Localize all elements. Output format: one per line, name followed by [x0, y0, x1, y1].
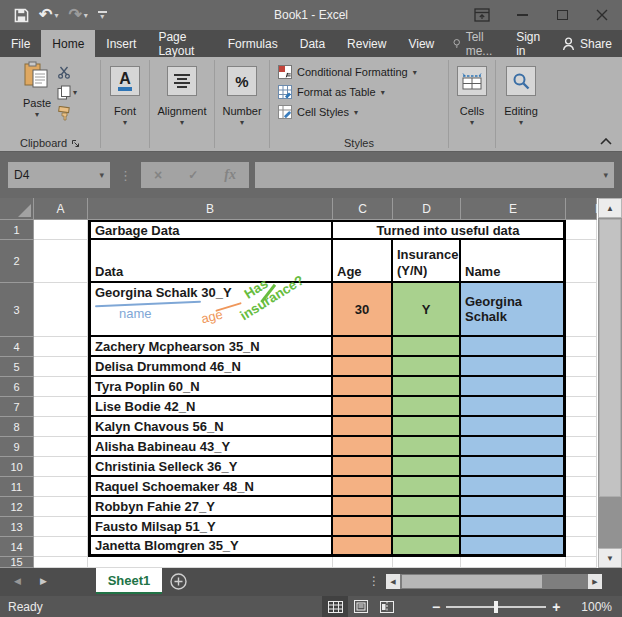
cell-a2[interactable]: [34, 240, 88, 283]
row-header-12[interactable]: 12: [0, 497, 34, 517]
cell-e8[interactable]: [461, 417, 566, 437]
ribbon-display-options-button[interactable]: [462, 0, 502, 30]
cells-dropdown-icon[interactable]: ▾: [470, 118, 474, 127]
horizontal-scroll-thumb[interactable]: [402, 575, 542, 588]
cell-d11[interactable]: [393, 477, 461, 497]
page-break-preview-button[interactable]: [374, 596, 400, 617]
cell-f1[interactable]: [566, 220, 597, 240]
cell-f13[interactable]: [566, 517, 597, 537]
tab-view[interactable]: View: [397, 30, 445, 57]
cell-b1[interactable]: Garbage Data: [88, 220, 333, 240]
row-header-9[interactable]: 9: [0, 437, 34, 457]
clipboard-dialog-launcher-icon[interactable]: [71, 139, 80, 148]
sheet-nav-previous-icon[interactable]: ◀: [14, 576, 21, 586]
cell-d6[interactable]: [393, 377, 461, 397]
vertical-scroll-thumb[interactable]: [599, 219, 621, 497]
cell-f15[interactable]: [566, 557, 597, 568]
cell-b9[interactable]: Alisha Babineau 43_Y: [88, 437, 333, 457]
cell-c15[interactable]: [333, 557, 393, 568]
tab-review[interactable]: Review: [336, 30, 397, 57]
customize-quick-access-button[interactable]: ▾: [98, 11, 107, 19]
copy-dropdown-icon[interactable]: ▾: [73, 88, 77, 97]
horizontal-scrollbar[interactable]: ◀ ▶: [386, 574, 602, 589]
cell-e11[interactable]: [461, 477, 566, 497]
cell-a13[interactable]: [34, 517, 88, 537]
cell-c1-e1-merged[interactable]: Turned into useful data: [333, 220, 566, 240]
cell-b4[interactable]: Zachery Mcphearson 35_N: [88, 337, 333, 357]
cell-f14[interactable]: [566, 537, 597, 557]
minimize-button[interactable]: [502, 0, 542, 30]
tab-insert[interactable]: Insert: [95, 30, 147, 57]
row-header-11[interactable]: 11: [0, 477, 34, 497]
cell-e10[interactable]: [461, 457, 566, 477]
cell-f6[interactable]: [566, 377, 597, 397]
alignment-dropdown-icon[interactable]: ▾: [180, 118, 184, 127]
paste-dropdown-icon[interactable]: ▾: [35, 110, 39, 119]
cell-b10[interactable]: Christinia Selleck 36_Y: [88, 457, 333, 477]
formula-input[interactable]: ▾: [255, 162, 614, 188]
cell-b13[interactable]: Fausto Milsap 51_Y: [88, 517, 333, 537]
cut-button[interactable]: [57, 66, 77, 79]
scroll-right-button[interactable]: ▶: [588, 574, 602, 589]
cell-e2[interactable]: Name: [461, 240, 566, 283]
font-button[interactable]: A Font ▾: [110, 61, 140, 151]
cell-e12[interactable]: [461, 497, 566, 517]
cell-a3[interactable]: [34, 283, 88, 337]
cell-b12[interactable]: Robbyn Fahie 27_Y: [88, 497, 333, 517]
cell-c13[interactable]: [333, 517, 393, 537]
editing-dropdown-icon[interactable]: ▾: [519, 118, 523, 127]
row-header-6[interactable]: 6: [0, 377, 34, 397]
name-box[interactable]: D4 ▾: [8, 162, 110, 188]
tab-file[interactable]: File: [0, 30, 41, 57]
cell-d7[interactable]: [393, 397, 461, 417]
cell-d4[interactable]: [393, 337, 461, 357]
scroll-down-button[interactable]: ▼: [598, 548, 622, 568]
cell-f4[interactable]: [566, 337, 597, 357]
column-header-c[interactable]: C: [333, 198, 393, 220]
zoom-slider-thumb[interactable]: [494, 601, 498, 613]
close-button[interactable]: [582, 0, 622, 30]
zoom-out-icon[interactable]: −: [432, 599, 440, 615]
cell-f7[interactable]: [566, 397, 597, 417]
scroll-up-button[interactable]: ▲: [598, 198, 622, 218]
cell-f9[interactable]: [566, 437, 597, 457]
cell-d13[interactable]: [393, 517, 461, 537]
vertical-scrollbar[interactable]: ▲ ▼: [598, 198, 622, 568]
font-dropdown-icon[interactable]: ▾: [123, 118, 127, 127]
cell-c4[interactable]: [333, 337, 393, 357]
maximize-button[interactable]: [542, 0, 582, 30]
cell-c12[interactable]: [333, 497, 393, 517]
cell-c2[interactable]: Age: [333, 240, 393, 283]
cell-a15[interactable]: [34, 557, 88, 568]
cell-b11[interactable]: Raquel Schoemaker 48_N: [88, 477, 333, 497]
cell-c8[interactable]: [333, 417, 393, 437]
select-all-corner[interactable]: [0, 198, 34, 220]
cell-e15[interactable]: [461, 557, 566, 568]
cell-d14[interactable]: [393, 537, 461, 557]
cells-button[interactable]: Cells ▾: [457, 61, 487, 151]
cell-c10[interactable]: [333, 457, 393, 477]
number-dropdown-icon[interactable]: ▾: [240, 118, 244, 127]
row-header-1[interactable]: 1: [0, 220, 34, 240]
cell-b14[interactable]: Janetta Blomgren 35_Y: [88, 537, 333, 557]
row-header-15[interactable]: 15: [0, 557, 34, 568]
undo-dropdown-icon[interactable]: ▾: [54, 11, 58, 20]
format-painter-button[interactable]: [57, 106, 77, 121]
tab-page-layout[interactable]: Page Layout: [147, 30, 216, 57]
conditional-formatting-button[interactable]: Conditional Formatting ▾: [278, 65, 417, 79]
cell-d12[interactable]: [393, 497, 461, 517]
cell-d8[interactable]: [393, 417, 461, 437]
paste-button[interactable]: Paste ▾: [23, 61, 51, 135]
collapse-ribbon-icon[interactable]: [600, 138, 612, 145]
cell-c7[interactable]: [333, 397, 393, 417]
cell-b7[interactable]: Lise Bodie 42_N: [88, 397, 333, 417]
column-header-partial[interactable]: [566, 198, 597, 220]
cell-c14[interactable]: [333, 537, 393, 557]
sheet-nav-next-icon[interactable]: ▶: [40, 576, 47, 586]
row-header-8[interactable]: 8: [0, 417, 34, 437]
sheet-tab-sheet1[interactable]: Sheet1: [96, 568, 162, 594]
cell-e5[interactable]: [461, 357, 566, 377]
column-header-e[interactable]: E: [461, 198, 566, 220]
format-as-table-button[interactable]: Format as Table ▾: [278, 85, 417, 99]
cell-d3[interactable]: Y: [393, 283, 461, 337]
